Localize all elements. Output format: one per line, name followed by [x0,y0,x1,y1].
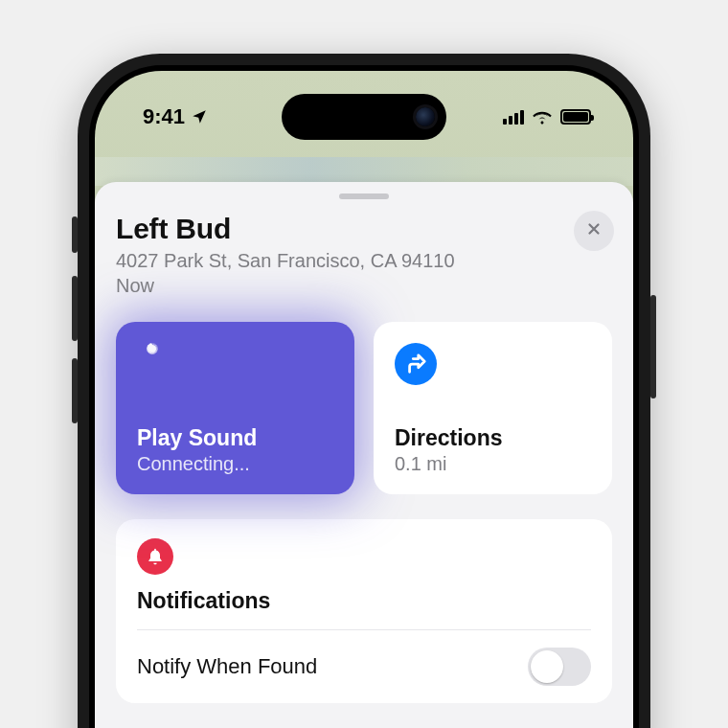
play-sound-card[interactable]: Play Sound Connecting... [116,322,354,494]
directions-icon [395,343,437,385]
device-address: 4027 Park St, San Francisco, CA 94110 [116,249,558,273]
front-camera [416,107,435,126]
screen: 9:41 Left Bud 4027 [95,71,633,728]
notifications-section: Notifications Notify When Found [116,519,612,703]
bell-icon [137,538,173,575]
play-sound-title: Play Sound [137,425,333,451]
notify-when-found-label: Notify When Found [137,654,317,679]
phone-frame: 9:41 Left Bud 4027 [78,54,650,728]
location-services-icon [191,108,208,125]
dynamic-island [282,94,446,140]
device-timestamp: Now [116,275,558,297]
directions-card[interactable]: Directions 0.1 mi [374,322,612,494]
volume-up-button [72,276,78,341]
notifications-title: Notifications [137,588,591,614]
battery-icon [560,109,591,125]
device-title: Left Bud [116,213,558,245]
status-time: 9:41 [143,104,185,129]
close-button[interactable] [574,211,614,251]
volume-down-button [72,358,78,423]
play-sound-status: Connecting... [137,453,333,475]
sheet-grabber[interactable] [339,193,389,199]
power-button [650,295,656,398]
wifi-icon [532,109,553,125]
directions-title: Directions [395,425,591,451]
notify-when-found-toggle[interactable] [528,648,591,686]
close-icon [585,220,603,241]
cellular-signal-icon [503,109,524,125]
silent-switch [72,216,78,253]
directions-distance: 0.1 mi [395,453,591,475]
detail-sheet: Left Bud 4027 Park St, San Francisco, CA… [95,182,633,728]
spinner-icon [137,343,168,374]
notify-when-found-row[interactable]: Notify When Found [137,629,591,703]
